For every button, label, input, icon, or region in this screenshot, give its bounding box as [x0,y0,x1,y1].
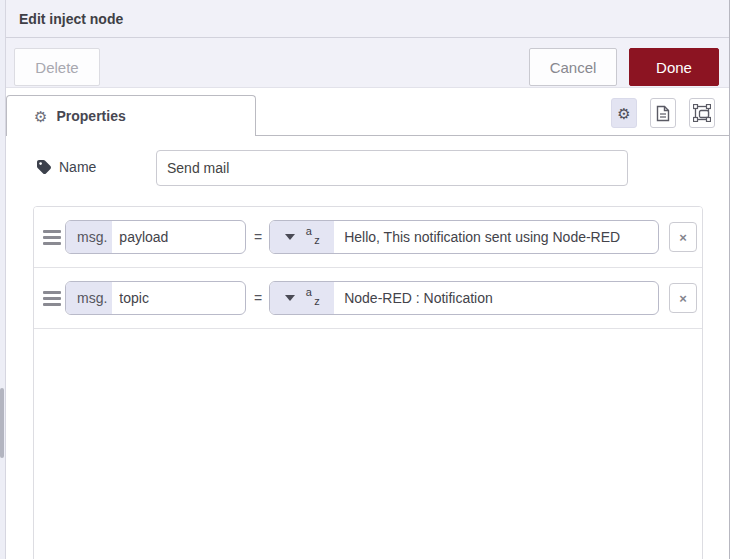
appearance-tab-button[interactable] [689,98,715,128]
property-value-input[interactable] [334,221,658,253]
done-button[interactable]: Done [629,48,719,86]
chevron-down-icon [285,295,295,301]
msg-prefix-label: msg. [66,221,112,253]
property-name-input[interactable] [112,221,245,253]
tag-icon [36,159,52,175]
remove-row-button[interactable]: × [669,283,697,313]
value-typed-input: a z [269,281,659,315]
list-item: msg. = a z × [34,268,702,329]
drag-handle-icon[interactable] [43,230,61,245]
name-row: Name [6,136,729,200]
drag-handle-icon[interactable] [43,291,61,306]
property-typed-input[interactable]: msg. [65,220,246,254]
name-label-group: Name [36,159,96,175]
cancel-button[interactable]: Cancel [529,48,617,86]
equals-sign: = [254,229,262,245]
selection-frame-icon [693,104,711,122]
message-properties-list: msg. = a z × [33,206,703,559]
chevron-down-icon [285,234,295,240]
type-select-button[interactable]: a z [270,282,334,314]
page-scrollbar-thumb[interactable] [0,388,4,458]
dialog-button-bar: Delete Cancel Done [6,38,729,88]
tab-properties[interactable]: ⚙ Properties [6,95,256,136]
value-typed-input: a z [269,220,659,254]
string-type-icon: a z [306,287,320,309]
gear-icon: ⚙ [617,106,630,121]
remove-row-button[interactable]: × [669,222,697,252]
type-select-button[interactable]: a z [270,221,334,253]
document-icon [656,105,670,122]
tab-properties-label: Properties [56,108,125,124]
equals-sign: = [254,290,262,306]
list-item: msg. = a z × [34,207,702,268]
string-type-icon: a z [306,226,320,248]
dialog-title: Edit inject node [19,11,123,27]
properties-tab-button[interactable]: ⚙ [611,98,637,128]
edit-node-dialog: Edit inject node Delete Cancel Done ⚙ Pr… [6,0,730,559]
editor-tabbar: ⚙ Properties ⚙ [6,88,729,136]
description-tab-button[interactable] [650,98,676,128]
name-input[interactable] [156,150,628,186]
dialog-titlebar: Edit inject node [6,0,729,38]
property-value-input[interactable] [334,282,658,314]
properties-form: Name msg. = a z [6,136,729,557]
name-label: Name [59,159,96,175]
property-typed-input[interactable]: msg. [65,281,246,315]
gear-icon: ⚙ [34,109,47,124]
msg-prefix-label: msg. [66,282,112,314]
delete-button[interactable]: Delete [14,48,100,86]
property-name-input[interactable] [112,282,245,314]
